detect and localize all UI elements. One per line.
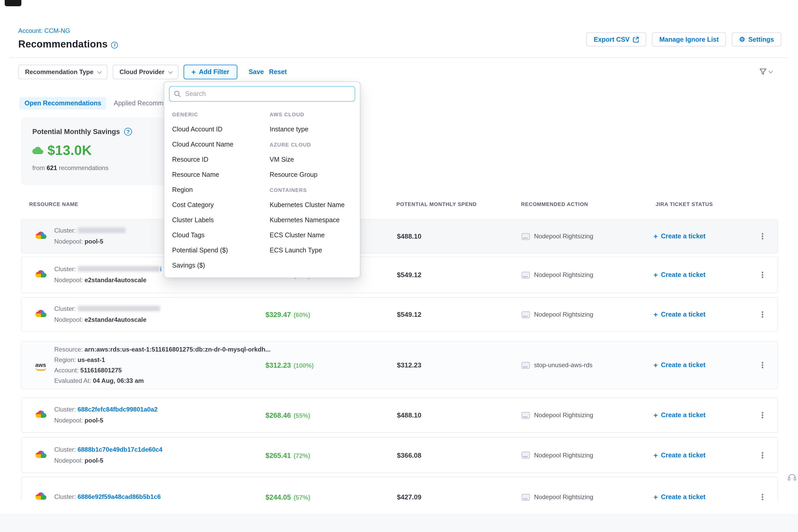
filter-option[interactable]: Cluster Labels [172,213,270,228]
create-ticket-button[interactable]: +Create a ticket [653,451,705,459]
export-csv-button[interactable]: Export CSV [587,32,646,46]
table-row[interactable]: Cluster: Nodepool: e2standar4autoscale $… [21,297,778,332]
kebab-menu[interactable]: ⋮ [758,231,767,241]
filter-option[interactable]: Instance type [270,122,359,137]
filter-option[interactable]: Kubernetes Cluster Name [270,198,359,213]
recommended-action: Nodepool Rightsizing [521,311,593,318]
col-resource-name: RESOURCE NAME [29,201,78,207]
redacted-value [77,266,160,272]
spend-value: $488.10 [397,232,421,240]
kebab-menu[interactable]: ⋮ [758,492,767,502]
savings-value: $329.47 [265,311,291,319]
info-icon[interactable]: i [111,41,118,48]
kebab-menu[interactable]: ⋮ [758,450,767,460]
cloud-provider-filter[interactable]: Cloud Provider [113,65,178,79]
chevron-down-icon [168,69,173,74]
table-row[interactable]: Cluster: 6888b1c70e49db17c1de60c4 Nodepo… [21,437,778,473]
recommended-action: Nodepool Rightsizing [521,493,593,501]
rightsizing-icon [521,452,530,458]
plus-icon: + [653,271,658,279]
kebab-menu[interactable]: ⋮ [758,410,767,420]
filter-option[interactable]: Cloud Account Name [172,137,270,152]
rightsizing-icon [521,271,530,278]
filter-option[interactable]: Savings ($) [172,258,270,273]
col-recommended-action: RECOMMENDED ACTION [521,201,588,207]
table-row[interactable]: Cluster: 688c2fefc84fbdc99801a0a2 Nodepo… [21,397,778,433]
redacted-value [77,227,126,233]
table-header-row: RESOURCE NAME POTENTIAL MONTHLY SPEND RE… [21,201,778,210]
filter-option[interactable]: Region [172,183,270,198]
section-heading-aws: AWS CLOUD [270,107,359,122]
section-heading-generic: GENERIC [172,107,270,122]
section-heading-containers: CONTAINERS [270,183,359,198]
create-ticket-button[interactable]: +Create a ticket [653,412,705,419]
savings-subtitle: from 621 recommendations [32,164,155,172]
kebab-menu[interactable]: ⋮ [758,270,767,280]
savings-amount: $13.0K [48,142,92,158]
headset-icon [787,472,797,482]
rightsizing-icon [521,412,530,419]
breadcrumb-account[interactable]: Account: CCM-NG [18,27,70,34]
recommended-action: Nodepool Rightsizing [521,451,593,459]
filter-panel-toggle[interactable] [759,67,772,76]
table-row[interactable]: aws Resource: arn:aws:rds:us-east-1:5116… [21,341,778,389]
potential-savings-card: Potential Monthly Savings ? $13.0K from … [21,117,167,185]
header-divider [10,57,788,58]
create-ticket-button[interactable]: +Create a ticket [653,361,705,369]
table-row[interactable]: Cluster: Nodepool: pool-5 $488.10 Nodepo… [21,219,778,253]
gear-icon: ⚙ [739,36,745,43]
reset-filter-button[interactable]: Reset [269,68,287,76]
filter-option[interactable]: ECS Launch Type [270,243,359,258]
gcp-icon [34,449,48,461]
create-ticket-button[interactable]: +Create a ticket [653,233,705,240]
gcp-icon [34,408,48,422]
save-filter-button[interactable]: Save [249,68,264,76]
gcp-icon [34,230,48,243]
filter-option[interactable]: ECS Cluster Name [270,228,359,243]
filter-option[interactable]: VM Size [270,152,359,167]
create-ticket-button[interactable]: +Create a ticket [653,311,705,318]
question-icon[interactable]: ? [124,128,132,136]
cluster-link[interactable]: 6888b1c70e49db17c1de60c4 [77,446,163,453]
redacted-value [77,306,160,311]
filter-search-input[interactable] [169,86,355,102]
table-row[interactable]: Cluster: i Nodepool: e2standar4autoscale… [21,256,778,293]
spend-value: $427.09 [397,493,421,501]
recommended-action: Nodepool Rightsizing [521,271,593,279]
filter-option[interactable]: Resource Group [270,167,359,183]
create-ticket-button[interactable]: +Create a ticket [653,493,705,501]
rightsizing-icon [521,233,530,240]
manage-ignore-list-button[interactable]: Manage Ignore List [652,32,726,46]
filter-option[interactable]: Kubernetes Namespace [270,213,359,228]
table-row[interactable]: Cluster: 6886e92f59a48cad86b5b1c6 $244.0… [21,477,778,502]
create-ticket-button[interactable]: +Create a ticket [653,271,705,279]
spend-value: $488.10 [397,411,421,419]
filter-option[interactable]: Resource ID [172,152,270,167]
page-title: Recommendations [18,39,108,50]
kebab-menu[interactable]: ⋮ [758,309,767,320]
filter-option[interactable]: Cloud Account ID [172,122,270,137]
filter-option[interactable]: Potential Spend ($) [172,243,270,258]
plus-icon: + [653,311,658,318]
cluster-link[interactable]: 6886e92f59a48cad86b5b1c6 [77,493,160,500]
recommended-action: Nodepool Rightsizing [521,233,593,240]
col-monthly-spend: POTENTIAL MONTHLY SPEND [396,201,477,207]
filter-option[interactable]: Cost Category [172,198,270,213]
kebab-menu[interactable]: ⋮ [758,360,767,370]
settings-button[interactable]: ⚙ Settings [732,32,781,46]
filter-option[interactable]: Cloud Tags [172,228,270,243]
rightsizing-icon [521,494,530,500]
search-icon [174,90,181,97]
help-button[interactable] [787,472,797,484]
add-filter-button[interactable]: + Add Filter [184,65,237,79]
gcp-icon [34,268,48,281]
rightsizing-icon [521,311,530,318]
cluster-link[interactable]: 688c2fefc84fbdc99801a0a2 [77,406,157,413]
plus-icon: + [653,233,658,240]
recommended-action: Nodepool Rightsizing [521,412,593,419]
rightsizing-icon [521,362,530,368]
tab-open-recommendations[interactable]: Open Recommendations [19,97,107,110]
recommendations-page: Account: CCM-NG Recommendations i Export… [0,0,798,532]
recommendation-type-filter[interactable]: Recommendation Type [18,65,108,79]
filter-option[interactable]: Resource Name [172,167,270,183]
